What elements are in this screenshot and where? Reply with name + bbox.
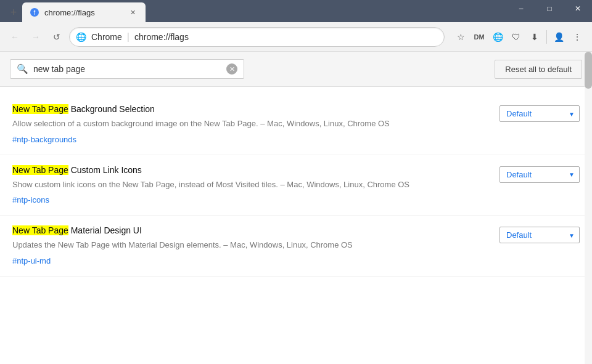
flag-description: Updates the New Tab Page with Material D…	[12, 239, 487, 251]
clear-icon: ✕	[229, 65, 235, 73]
tab-close-button[interactable]: ✕	[127, 7, 138, 18]
back-icon: ←	[10, 32, 19, 42]
flag-title-highlight: New Tab Page	[12, 225, 68, 235]
scrollbar-thumb[interactable]	[585, 52, 592, 89]
browser-toolbar: ← → ↺ 🌐 Chrome | chrome://flags ☆ DM 🌐 🛡…	[0, 22, 592, 52]
active-tab[interactable]: f chrome://flags ✕	[22, 2, 146, 22]
flag-link[interactable]: #ntp-backgrounds	[12, 135, 76, 144]
flag-item: New Tab Page Custom Link Icons Show cust…	[0, 155, 592, 216]
flag-title-highlight: New Tab Page	[12, 165, 68, 175]
search-input[interactable]	[33, 64, 221, 74]
close-button[interactable]: ✕	[564, 0, 592, 17]
forward-button[interactable]: →	[27, 28, 44, 46]
flag-select-wrapper[interactable]: Default Enabled Disabled	[500, 227, 580, 243]
flag-select-wrapper[interactable]: Default Enabled Disabled	[500, 166, 580, 183]
search-icon: 🔍	[17, 63, 28, 75]
flags-container: 🔍 ✕ Reset all to default New Tab Page Ba…	[0, 52, 592, 364]
flag-title-highlight: New Tab Page	[12, 104, 68, 114]
tab-favicon: f	[30, 7, 39, 17]
flag-content: New Tab Page Custom Link Icons Show cust…	[12, 165, 487, 206]
refresh-icon: ↺	[53, 32, 60, 42]
window-controls: – □ ✕	[507, 0, 592, 17]
menu-icon: ⋮	[573, 32, 582, 42]
search-clear-button[interactable]: ✕	[226, 63, 237, 75]
flag-description: Show custom link icons on the New Tab Pa…	[12, 179, 487, 191]
flag-select[interactable]: Default Enabled Disabled	[500, 227, 580, 243]
download-icon: ⬇	[531, 32, 538, 42]
url-text: chrome://flags	[134, 32, 189, 42]
flag-item: New Tab Page Background Selection Allow …	[0, 94, 592, 155]
dm-icon: DM	[474, 33, 484, 41]
flag-title: New Tab Page Custom Link Icons	[12, 165, 487, 175]
flags-list: New Tab Page Background Selection Allow …	[0, 87, 592, 284]
earth-icon: 🌐	[493, 32, 503, 42]
bookmark-icon: ☆	[457, 32, 465, 42]
flag-control: Default Enabled Disabled	[500, 225, 580, 243]
flag-control: Default Enabled Disabled	[500, 104, 580, 122]
search-box[interactable]: 🔍 ✕	[10, 59, 244, 79]
refresh-button[interactable]: ↺	[48, 28, 65, 46]
profile-icon: 👤	[554, 32, 564, 42]
download-button[interactable]: ⬇	[526, 28, 543, 46]
flag-title: New Tab Page Material Design UI	[12, 225, 487, 235]
shield-btn[interactable]: 🛡	[508, 28, 525, 46]
flag-link[interactable]: #ntp-ui-md	[12, 256, 51, 265]
toolbar-actions: ☆ DM 🌐 🛡 ⬇ 👤 ⋮	[452, 28, 586, 46]
menu-button[interactable]: ⋮	[569, 28, 586, 46]
bookmark-button[interactable]: ☆	[452, 28, 469, 46]
dm-button[interactable]: DM	[471, 28, 488, 46]
tab-label: chrome://flags	[44, 8, 122, 17]
new-tab-button[interactable]: +	[5, 4, 22, 21]
scrollbar-track[interactable]	[585, 52, 592, 364]
site-icon: 🌐	[76, 32, 86, 42]
extension-icon-btn[interactable]: 🌐	[489, 28, 506, 46]
flag-title-suffix: Material Design UI	[68, 225, 142, 235]
title-bar: + f chrome://flags ✕ – □ ✕	[0, 0, 592, 22]
forward-icon: →	[31, 32, 40, 42]
flag-select[interactable]: Default Enabled Disabled	[500, 166, 580, 183]
address-bar[interactable]: 🌐 Chrome | chrome://flags	[69, 27, 445, 47]
back-button[interactable]: ←	[6, 28, 23, 46]
flag-title-suffix: Custom Link Icons	[68, 165, 142, 175]
flag-control: Default Enabled Disabled	[500, 165, 580, 183]
shield-icon: 🛡	[512, 32, 520, 42]
reset-all-button[interactable]: Reset all to default	[495, 60, 582, 79]
chrome-label: Chrome	[91, 32, 122, 42]
flag-title: New Tab Page Background Selection	[12, 104, 487, 114]
maximize-button[interactable]: □	[535, 0, 564, 17]
flag-content: New Tab Page Background Selection Allow …	[12, 104, 487, 145]
minimize-button[interactable]: –	[507, 0, 535, 17]
flag-link[interactable]: #ntp-icons	[12, 195, 49, 204]
search-area: 🔍 ✕ Reset all to default	[0, 52, 592, 87]
flag-select-wrapper[interactable]: Default Enabled Disabled	[500, 105, 580, 122]
main-content: 🔍 ✕ Reset all to default New Tab Page Ba…	[0, 52, 592, 364]
flag-content: New Tab Page Material Design UI Updates …	[12, 225, 487, 266]
toolbar-divider	[546, 30, 547, 44]
flag-select[interactable]: Default Enabled Disabled	[500, 105, 580, 122]
url-separator: |	[127, 31, 130, 42]
svg-text:f: f	[34, 9, 36, 16]
flag-title-suffix: Background Selection	[68, 104, 155, 114]
flag-item: New Tab Page Material Design UI Updates …	[0, 216, 592, 277]
flag-description: Allow selection of a custom background i…	[12, 118, 487, 130]
profile-button[interactable]: 👤	[550, 28, 567, 46]
